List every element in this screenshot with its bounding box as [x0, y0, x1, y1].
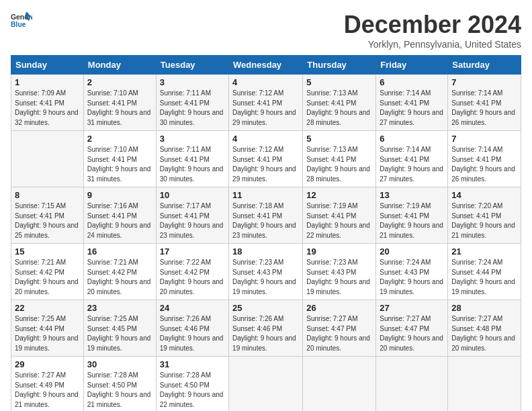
- table-row: 26Sunrise: 7:27 AM Sunset: 4:47 PM Dayli…: [303, 300, 376, 357]
- day-info: Sunrise: 7:21 AM Sunset: 4:42 PM Dayligh…: [15, 258, 80, 297]
- day-info: Sunrise: 7:17 AM Sunset: 4:41 PM Dayligh…: [160, 201, 225, 240]
- day-info: Sunrise: 7:25 AM Sunset: 4:45 PM Dayligh…: [87, 314, 152, 353]
- header: General Blue December 2024 Yorklyn, Penn…: [11, 11, 521, 50]
- day-number: 10: [160, 190, 225, 200]
- table-row: 16Sunrise: 7:21 AM Sunset: 4:42 PM Dayli…: [83, 244, 156, 300]
- day-info: Sunrise: 7:28 AM Sunset: 4:50 PM Dayligh…: [87, 371, 152, 410]
- day-info: Sunrise: 7:27 AM Sunset: 4:48 PM Dayligh…: [451, 314, 517, 353]
- day-number: 28: [451, 303, 517, 313]
- day-number: 8: [15, 190, 80, 200]
- table-row: 14Sunrise: 7:20 AM Sunset: 4:41 PM Dayli…: [448, 187, 521, 244]
- logo-bird-icon: General Blue: [11, 11, 32, 30]
- table-row: 6Sunrise: 7:14 AM Sunset: 4:41 PM Daylig…: [376, 75, 448, 131]
- day-info: Sunrise: 7:19 AM Sunset: 4:41 PM Dayligh…: [306, 201, 372, 240]
- day-number: 22: [15, 303, 80, 313]
- day-number: 4: [232, 77, 299, 87]
- day-number: 17: [160, 246, 225, 257]
- day-number: 27: [380, 303, 444, 313]
- day-info: Sunrise: 7:10 AM Sunset: 4:41 PM Dayligh…: [87, 145, 152, 184]
- day-info: Sunrise: 7:12 AM Sunset: 4:41 PM Dayligh…: [232, 89, 299, 128]
- calendar-table: Sunday Monday Tuesday Wednesday Thursday…: [11, 55, 521, 411]
- day-info: Sunrise: 7:13 AM Sunset: 4:41 PM Dayligh…: [306, 145, 372, 184]
- col-monday: Monday: [83, 56, 156, 75]
- table-row: 4Sunrise: 7:12 AM Sunset: 4:41 PM Daylig…: [229, 131, 303, 187]
- day-number: 20: [380, 246, 444, 257]
- day-number: 18: [232, 246, 299, 257]
- calendar-week-row: 22Sunrise: 7:25 AM Sunset: 4:44 PM Dayli…: [11, 300, 521, 357]
- logo: General Blue: [11, 11, 32, 30]
- day-number: 3: [160, 77, 225, 87]
- day-number: 16: [87, 246, 152, 257]
- day-number: 6: [380, 134, 444, 144]
- day-info: Sunrise: 7:24 AM Sunset: 4:43 PM Dayligh…: [380, 258, 444, 297]
- table-row: 5Sunrise: 7:13 AM Sunset: 4:41 PM Daylig…: [303, 131, 376, 187]
- col-wednesday: Wednesday: [229, 56, 303, 75]
- day-info: Sunrise: 7:09 AM Sunset: 4:41 PM Dayligh…: [15, 89, 80, 128]
- day-number: 7: [451, 77, 517, 87]
- table-row: [229, 357, 303, 412]
- day-info: Sunrise: 7:13 AM Sunset: 4:41 PM Dayligh…: [306, 89, 372, 128]
- calendar-week-row: 15Sunrise: 7:21 AM Sunset: 4:42 PM Dayli…: [11, 244, 521, 300]
- day-info: Sunrise: 7:27 AM Sunset: 4:47 PM Dayligh…: [380, 314, 444, 353]
- day-info: Sunrise: 7:16 AM Sunset: 4:41 PM Dayligh…: [87, 201, 152, 240]
- day-info: Sunrise: 7:26 AM Sunset: 4:46 PM Dayligh…: [160, 314, 225, 353]
- table-row: 23Sunrise: 7:25 AM Sunset: 4:45 PM Dayli…: [83, 300, 156, 357]
- day-info: Sunrise: 7:21 AM Sunset: 4:42 PM Dayligh…: [87, 258, 152, 297]
- day-info: Sunrise: 7:14 AM Sunset: 4:41 PM Dayligh…: [380, 145, 444, 184]
- day-number: 24: [160, 303, 225, 313]
- day-number: 14: [451, 190, 517, 200]
- table-row: [376, 357, 448, 412]
- day-number: 1: [15, 77, 80, 87]
- day-info: Sunrise: 7:14 AM Sunset: 4:41 PM Dayligh…: [451, 89, 517, 128]
- col-tuesday: Tuesday: [156, 56, 228, 75]
- col-sunday: Sunday: [11, 56, 84, 75]
- day-info: Sunrise: 7:11 AM Sunset: 4:41 PM Dayligh…: [160, 145, 225, 184]
- table-row: 31Sunrise: 7:28 AM Sunset: 4:50 PM Dayli…: [156, 357, 228, 412]
- day-number: 7: [451, 134, 517, 144]
- day-info: Sunrise: 7:23 AM Sunset: 4:43 PM Dayligh…: [306, 258, 372, 297]
- table-row: 2Sunrise: 7:10 AM Sunset: 4:41 PM Daylig…: [83, 75, 156, 131]
- table-row: 29Sunrise: 7:27 AM Sunset: 4:49 PM Dayli…: [11, 357, 84, 412]
- day-number: 6: [380, 77, 444, 87]
- table-row: 3Sunrise: 7:11 AM Sunset: 4:41 PM Daylig…: [156, 131, 228, 187]
- day-info: Sunrise: 7:15 AM Sunset: 4:41 PM Dayligh…: [15, 201, 80, 240]
- table-row: 18Sunrise: 7:23 AM Sunset: 4:43 PM Dayli…: [229, 244, 303, 300]
- table-row: 17Sunrise: 7:22 AM Sunset: 4:42 PM Dayli…: [156, 244, 228, 300]
- day-info: Sunrise: 7:26 AM Sunset: 4:46 PM Dayligh…: [232, 314, 299, 353]
- day-info: Sunrise: 7:23 AM Sunset: 4:43 PM Dayligh…: [232, 258, 299, 297]
- day-info: Sunrise: 7:25 AM Sunset: 4:44 PM Dayligh…: [15, 314, 80, 353]
- day-number: 29: [15, 359, 80, 369]
- table-row: [303, 357, 376, 412]
- day-number: 2: [87, 77, 152, 87]
- day-number: 12: [306, 190, 372, 200]
- col-thursday: Thursday: [303, 56, 376, 75]
- day-number: 9: [87, 190, 152, 200]
- table-row: [448, 357, 521, 412]
- calendar-week-row: 2Sunrise: 7:10 AM Sunset: 4:41 PM Daylig…: [11, 131, 521, 187]
- table-row: 7Sunrise: 7:14 AM Sunset: 4:41 PM Daylig…: [448, 75, 521, 131]
- day-number: 25: [232, 303, 299, 313]
- table-row: 9Sunrise: 7:16 AM Sunset: 4:41 PM Daylig…: [83, 187, 156, 244]
- calendar-week-row: 29Sunrise: 7:27 AM Sunset: 4:49 PM Dayli…: [11, 357, 521, 412]
- day-number: 19: [306, 246, 372, 257]
- day-info: Sunrise: 7:28 AM Sunset: 4:50 PM Dayligh…: [160, 371, 225, 410]
- table-row: 13Sunrise: 7:19 AM Sunset: 4:41 PM Dayli…: [376, 187, 448, 244]
- day-info: Sunrise: 7:14 AM Sunset: 4:41 PM Dayligh…: [451, 145, 517, 184]
- table-row: 15Sunrise: 7:21 AM Sunset: 4:42 PM Dayli…: [11, 244, 84, 300]
- table-row: 20Sunrise: 7:24 AM Sunset: 4:43 PM Dayli…: [376, 244, 448, 300]
- table-row: 22Sunrise: 7:25 AM Sunset: 4:44 PM Dayli…: [11, 300, 84, 357]
- day-number: 21: [451, 246, 517, 257]
- day-number: 23: [87, 303, 152, 313]
- table-row: 30Sunrise: 7:28 AM Sunset: 4:50 PM Dayli…: [83, 357, 156, 412]
- col-saturday: Saturday: [448, 56, 521, 75]
- svg-text:Blue: Blue: [11, 21, 26, 28]
- table-row: 2Sunrise: 7:10 AM Sunset: 4:41 PM Daylig…: [83, 131, 156, 187]
- day-info: Sunrise: 7:14 AM Sunset: 4:41 PM Dayligh…: [380, 89, 444, 128]
- day-number: 15: [15, 246, 80, 257]
- table-row: 1Sunrise: 7:09 AM Sunset: 4:41 PM Daylig…: [11, 75, 84, 131]
- day-info: Sunrise: 7:10 AM Sunset: 4:41 PM Dayligh…: [87, 89, 152, 128]
- day-number: 11: [232, 190, 299, 200]
- table-row: 5Sunrise: 7:13 AM Sunset: 4:41 PM Daylig…: [303, 75, 376, 131]
- table-row: 8Sunrise: 7:15 AM Sunset: 4:41 PM Daylig…: [11, 187, 84, 244]
- day-number: 13: [380, 190, 444, 200]
